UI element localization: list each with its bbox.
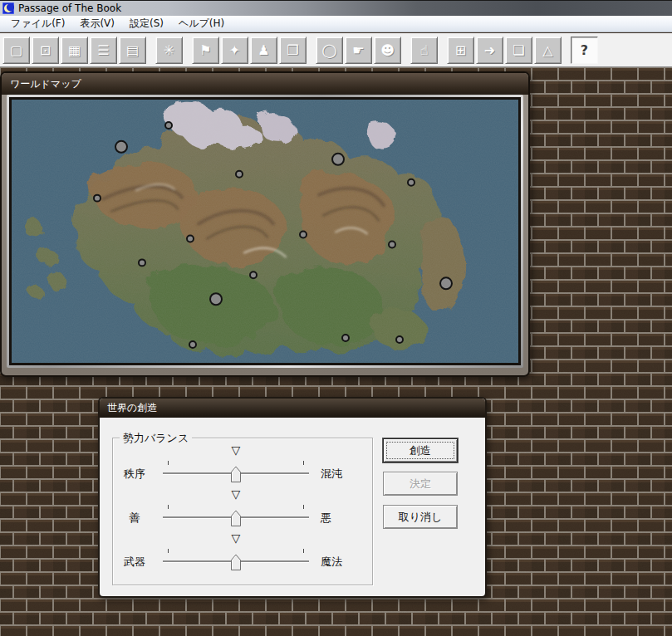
button-label: 創造 [410, 444, 431, 457]
power-balance-groupbox: 勢力バランス ▽秩序混沌▽善悪▽武器魔法 [112, 438, 373, 585]
bag-icon: ♟ [258, 42, 269, 58]
map-location-marker[interactable] [250, 272, 257, 278]
weapon-magic-slider: ▽武器魔法 [116, 533, 372, 577]
slider-tick [168, 549, 169, 553]
world-map-image[interactable] [9, 97, 521, 365]
app-title: Passage of The Book [18, 2, 121, 14]
hand-button[interactable]: ☝ [410, 37, 438, 64]
map-location-marker[interactable] [187, 235, 194, 242]
card-icon: ⊡ [40, 42, 51, 58]
bag-button[interactable]: ♟ [250, 37, 277, 64]
card-button[interactable]: ⊡ [32, 37, 59, 64]
menu-item[interactable]: 表示(V) [72, 15, 122, 32]
menu-item[interactable]: ファイル(F) [3, 15, 72, 32]
slider-thumb[interactable] [231, 466, 242, 483]
map-location-marker[interactable] [396, 336, 403, 343]
slider-right-label: 混沌 [319, 467, 367, 482]
folder-window-button[interactable]: ❐ [279, 37, 307, 64]
pin-shield-button[interactable]: ⚑ [192, 37, 219, 64]
title-bar: Passage of The Book [0, 0, 672, 16]
map-location-marker[interactable] [94, 195, 101, 202]
key-button[interactable]: ➜ [476, 37, 503, 64]
window-icon: ▢ [10, 42, 22, 58]
toolbar-group: ? [571, 37, 600, 64]
slider-left-label: 武器 [116, 555, 153, 570]
button-label: 取り消し [399, 511, 443, 523]
good-evil-slider: ▽善悪 [116, 489, 372, 533]
world-map-title-bar[interactable]: ワールドマップ [2, 73, 528, 95]
map-location-marker[interactable] [165, 122, 172, 129]
map-location-marker[interactable] [408, 179, 414, 186]
slider-group: ▽秩序混沌▽善悪▽武器魔法 [116, 445, 372, 577]
toolbar-group: ⚑✦♟❐ [192, 37, 308, 64]
groupbox-label: 勢力バランス [120, 431, 192, 446]
slider-tick [168, 505, 169, 509]
copy-icon: ❏ [513, 42, 524, 58]
slider-left-label: 善 [116, 511, 153, 526]
toolbar-group: ◯☛☻ [316, 37, 403, 64]
app-window: Passage of The Book ファイル(F)表示(V)設定(S)ヘルプ… [0, 0, 672, 636]
map-location-marker[interactable] [236, 171, 243, 178]
crescent-moon-icon [2, 2, 14, 14]
list-button[interactable]: ☰ [90, 37, 117, 64]
menu-item[interactable]: 設定(S) [122, 15, 171, 32]
ellipse-icon: ◯ [322, 42, 337, 58]
cancel-button[interactable]: 取り消し [383, 505, 458, 529]
slider-right-label: 魔法 [319, 555, 367, 570]
toolbar-group: ⊞➜❏△ [447, 37, 563, 64]
map-location-marker[interactable] [342, 335, 349, 341]
order-chaos-slider: ▽秩序混沌 [116, 445, 372, 489]
center-marker-icon: ▽ [232, 443, 241, 457]
pin-icon: ⚑ [199, 42, 211, 58]
create-button[interactable]: 創造 [383, 438, 458, 462]
tile-window-button[interactable]: ⊞ [447, 37, 474, 64]
dialog-title-bar[interactable]: 世界の創造 [100, 399, 485, 418]
diamond-button[interactable]: ✦ [221, 37, 248, 64]
slider-left-label: 秩序 [116, 467, 153, 482]
toolbar-group: ✳ [155, 37, 184, 64]
tiles-icon: ⊞ [455, 42, 466, 58]
map-location-marker[interactable] [332, 154, 344, 165]
map-location-marker[interactable] [210, 293, 222, 305]
dialog-title: 世界の創造 [107, 401, 157, 415]
dialog-buttons: 創造決定取り消し [383, 438, 458, 538]
slider-tick [168, 461, 169, 465]
copy-button[interactable]: ❏ [505, 37, 532, 64]
help-button[interactable]: ? [571, 37, 598, 64]
map-location-marker[interactable] [300, 232, 307, 238]
burst-icon: ✳ [164, 42, 174, 58]
document-list-button[interactable]: ▤ [119, 37, 146, 64]
world-map-window: ワールドマップ [0, 71, 530, 377]
slider-thumb[interactable] [231, 510, 242, 527]
slider-tick [303, 505, 304, 509]
map-location-marker[interactable] [139, 259, 145, 266]
slider-track-area [163, 464, 309, 484]
toolbar-group: ▢⊡▦☰▤ [2, 37, 148, 64]
toolbar: ▢⊡▦☰▤✳⚑✦♟❐◯☛☻☝⊞➜❏△? [0, 33, 672, 67]
person-icon: ☻ [380, 42, 395, 58]
menu-item[interactable]: ヘルプ(H) [171, 15, 232, 32]
hand-icon: ☝ [420, 42, 429, 58]
map-location-marker[interactable] [115, 141, 127, 153]
window-button[interactable]: ▢ [2, 37, 30, 64]
loop-button[interactable]: ◯ [316, 37, 343, 64]
hand-coin-icon: ☛ [352, 42, 364, 58]
slider-thumb[interactable] [231, 554, 242, 571]
sparkle-burst-button[interactable]: ✳ [155, 37, 183, 64]
diamond-icon: ✦ [229, 42, 240, 58]
map-location-marker[interactable] [440, 277, 452, 289]
toolbar-group: ☝ [410, 37, 439, 64]
map-location-marker[interactable] [389, 241, 395, 247]
map-button[interactable]: ▦ [61, 37, 88, 64]
hand-coin-button[interactable]: ☛ [345, 37, 372, 64]
dialog-body: 勢力バランス ▽秩序混沌▽善悪▽武器魔法 創造決定取り消し [100, 418, 485, 596]
triangle-button[interactable]: △ [534, 37, 562, 64]
slider-right-label: 悪 [319, 511, 367, 526]
center-marker-icon: ▽ [232, 531, 241, 545]
decide-button[interactable]: 決定 [383, 472, 458, 496]
person-button[interactable]: ☻ [374, 37, 401, 64]
triangle-icon: △ [542, 42, 552, 58]
client-area: ワールドマップ [0, 67, 672, 636]
map-location-marker[interactable] [189, 341, 196, 348]
button-label: 決定 [410, 477, 431, 490]
